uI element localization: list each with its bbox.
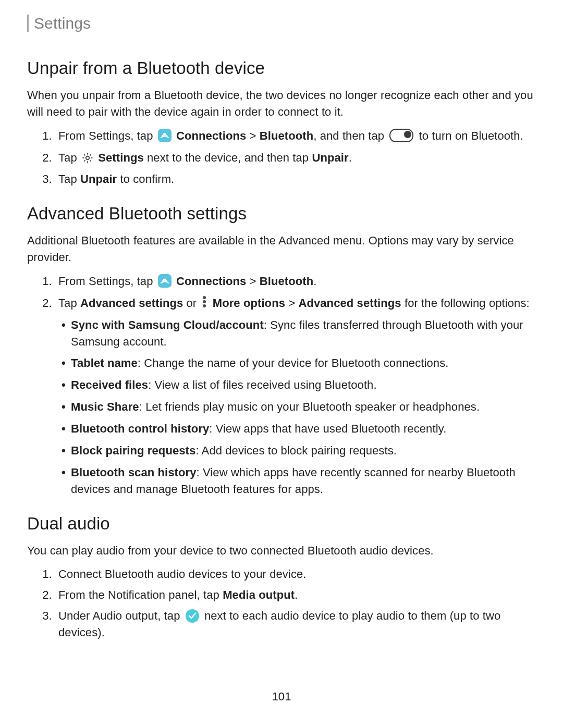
svg-point-0 [86, 156, 89, 159]
text-connections: Connections [176, 129, 246, 142]
text-unpair-confirm: Unpair [80, 172, 117, 186]
connections-icon [158, 274, 172, 288]
dual-step-1: Connect Bluetooth audio devices to your … [55, 566, 536, 583]
heading-unpair: Unpair from a Bluetooth device [27, 56, 536, 81]
text-advanced-settings: Advanced settings [80, 297, 183, 310]
heading-advanced: Advanced Bluetooth settings [27, 201, 536, 226]
check-circle-icon [186, 609, 199, 623]
dual-step-3: Under Audio output, tap next to each aud… [55, 608, 536, 641]
manual-page: Settings Unpair from a Bluetooth device … [0, 0, 563, 728]
unpair-step-2: Tap Settings next to the device, and the… [55, 150, 536, 166]
dual-intro: You can play audio from your device to t… [27, 542, 536, 559]
unpair-step-3: Tap Unpair to confirm. [55, 171, 536, 188]
dual-step-2: From the Notification panel, tap Media o… [55, 587, 536, 603]
running-head: Settings [27, 15, 536, 32]
page-number: 101 [0, 688, 563, 705]
text-bluetooth: Bluetooth [260, 275, 314, 288]
advanced-steps: From Settings, tap Connections > Bluetoo… [27, 273, 536, 498]
opt-block-pairing: Block pairing requests: Add devices to b… [71, 442, 536, 459]
opt-sync: Sync with Samsung Cloud/account: Sync fi… [71, 317, 536, 350]
dual-steps: Connect Bluetooth audio devices to your … [27, 566, 536, 641]
connections-icon [158, 129, 172, 142]
text-media-output: Media output [223, 588, 295, 601]
text-bluetooth: Bluetooth [260, 129, 314, 142]
text-advanced-settings-2: Advanced settings [298, 297, 401, 310]
advanced-intro: Additional Bluetooth features are availa… [27, 232, 536, 266]
text-more-options: More options [213, 297, 285, 310]
advanced-step-1: From Settings, tap Connections > Bluetoo… [55, 273, 536, 290]
unpair-intro: When you unpair from a Bluetooth device,… [27, 87, 536, 120]
text-connections: Connections [176, 275, 246, 288]
heading-dual-audio: Dual audio [27, 511, 536, 536]
gear-icon [81, 152, 94, 164]
advanced-step-2: Tap Advanced settings or More options > … [55, 295, 536, 498]
opt-scan-history: Bluetooth scan history: View which apps … [71, 464, 536, 498]
unpair-step-1: From Settings, tap Connections > Bluetoo… [55, 128, 536, 144]
opt-music-share: Music Share: Let friends play music on y… [71, 399, 536, 415]
opt-control-history: Bluetooth control history: View apps tha… [71, 421, 536, 437]
advanced-options-list: Sync with Samsung Cloud/account: Sync fi… [58, 317, 536, 498]
toggle-icon [389, 129, 413, 142]
opt-tablet-name: Tablet name: Change the name of your dev… [71, 355, 536, 372]
opt-received-files: Received files: View a list of files rec… [71, 377, 536, 393]
text-unpair: Unpair [312, 151, 348, 164]
more-options-icon [201, 295, 208, 309]
unpair-steps: From Settings, tap Connections > Bluetoo… [27, 128, 536, 188]
text-settings: Settings [98, 151, 144, 164]
